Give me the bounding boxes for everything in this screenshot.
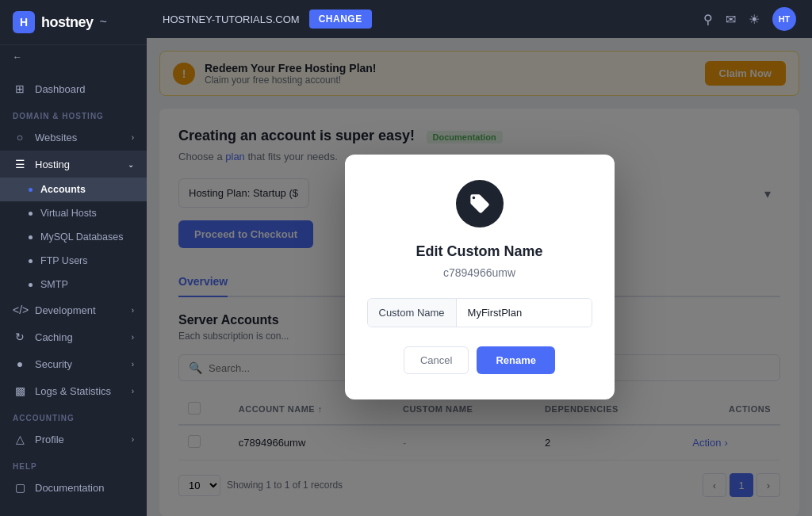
user-avatar[interactable]: HT — [772, 7, 796, 31]
sidebar-item-dashboard[interactable]: ⊞ Dashboard — [0, 75, 147, 102]
sidebar-label-dashboard: Dashboard — [35, 83, 86, 95]
section-label-accounting: ACCOUNTING — [0, 404, 147, 426]
chevron-right-profile-icon: › — [132, 435, 134, 444]
sidebar-item-security[interactable]: ● Security › — [0, 350, 147, 377]
sidebar-nav: ⊞ Dashboard DOMAIN & HOSTING ○ Websites … — [0, 69, 147, 516]
custom-name-input[interactable] — [457, 299, 592, 327]
sidebar-item-documentation[interactable]: ▢ Documentation — [0, 474, 147, 501]
logs-icon: ▩ — [13, 384, 27, 397]
sidebar-item-websites[interactable]: ○ Websites › — [0, 124, 147, 151]
submenu-dot-accounts — [29, 188, 33, 192]
sidebar-item-logs[interactable]: ▩ Logs & Statistics › — [0, 377, 147, 404]
modal-input-row: Custom Name — [367, 298, 592, 327]
sidebar-item-hosting[interactable]: ☰ Hosting ⌄ — [0, 151, 147, 178]
sidebar-item-development[interactable]: </> Development › — [0, 296, 147, 323]
development-icon: </> — [13, 304, 27, 316]
websites-icon: ○ — [13, 131, 27, 143]
sidebar-item-caching[interactable]: ↻ Caching › — [0, 323, 147, 350]
sidebar-label-websites: Websites — [35, 132, 77, 143]
submenu-label-smtp: SMTP — [40, 279, 68, 290]
back-icon: ← — [13, 52, 22, 63]
profile-icon: △ — [13, 433, 27, 445]
submenu-dot-smtp — [29, 283, 33, 287]
security-icon: ● — [13, 357, 27, 370]
documentation-icon: ▢ — [13, 481, 27, 494]
sidebar-item-accounts[interactable]: Accounts — [0, 178, 147, 201]
logo-text: hostney — [41, 14, 94, 31]
submenu-label-virtual-hosts: Virtual Hosts — [40, 208, 97, 219]
sidebar-label-development: Development — [35, 304, 96, 316]
modal-icon-circle — [456, 180, 504, 227]
submenu-label-mysql: MySQL Databases — [40, 231, 123, 243]
sidebar: H hostney ~ ← ⊞ Dashboard DOMAIN & HOSTI… — [0, 0, 147, 516]
topbar-domain: HOSTNEY-TUTORIALS.COM — [163, 13, 300, 25]
sidebar-label-hosting: Hosting — [35, 159, 70, 170]
submenu-label-ftp: FTP Users — [40, 255, 88, 266]
sidebar-item-ftp[interactable]: FTP Users — [0, 249, 147, 273]
hosting-submenu: Accounts Virtual Hosts MySQL Databases F… — [0, 178, 147, 296]
submenu-dot-virtual-hosts — [29, 212, 33, 216]
sidebar-item-mysql[interactable]: MySQL Databases — [0, 225, 147, 249]
section-label-help: HELP — [0, 453, 147, 474]
logo-tilde: ~ — [100, 15, 107, 29]
chevron-right-icon: › — [132, 133, 134, 142]
submenu-dot-mysql — [29, 235, 33, 239]
sidebar-label-profile: Profile — [35, 434, 64, 445]
tag-icon — [469, 193, 491, 215]
sidebar-item-profile[interactable]: △ Profile › — [0, 426, 147, 453]
chevron-right-sec-icon: › — [132, 360, 134, 369]
chevron-right-dev-icon: › — [132, 306, 134, 315]
main-content: ! Redeem Your Free Hosting Plan! Claim y… — [147, 38, 812, 516]
sidebar-item-virtual-hosts[interactable]: Virtual Hosts — [0, 201, 147, 225]
sidebar-label-documentation: Documentation — [35, 482, 104, 494]
hosting-icon: ☰ — [13, 158, 27, 170]
logo-icon: H — [13, 11, 35, 33]
submenu-dot-ftp — [29, 259, 33, 263]
settings-icon[interactable]: ☀ — [749, 12, 760, 27]
submenu-label-accounts: Accounts — [40, 184, 86, 195]
rename-button[interactable]: Rename — [477, 346, 555, 374]
pin-icon[interactable]: ⚲ — [703, 12, 713, 27]
sidebar-logo: H hostney ~ — [0, 0, 147, 45]
edit-custom-name-modal: Edit Custom Name c7894966umw Custom Name… — [345, 155, 615, 399]
modal-overlay[interactable]: Edit Custom Name c7894966umw Custom Name… — [147, 38, 812, 516]
chevron-right-logs-icon: › — [132, 387, 134, 396]
mail-icon[interactable]: ✉ — [726, 12, 736, 27]
modal-input-label: Custom Name — [368, 299, 457, 327]
chevron-down-icon: ⌄ — [128, 160, 134, 169]
change-domain-button[interactable]: CHANGE — [309, 10, 372, 29]
modal-button-row: Cancel Rename — [367, 346, 592, 374]
cancel-button[interactable]: Cancel — [404, 346, 469, 374]
caching-icon: ↻ — [13, 331, 27, 343]
back-button[interactable]: ← — [0, 45, 147, 69]
sidebar-item-smtp[interactable]: SMTP — [0, 273, 147, 296]
section-label-domain-hosting: DOMAIN & HOSTING — [0, 102, 147, 124]
sidebar-label-caching: Caching — [35, 331, 73, 343]
sidebar-label-logs: Logs & Statistics — [35, 385, 111, 397]
topbar: HOSTNEY-TUTORIALS.COM CHANGE ⚲ ✉ ☀ HT — [147, 0, 812, 38]
modal-title: Edit Custom Name — [367, 243, 592, 260]
sidebar-label-security: Security — [35, 358, 72, 370]
main-wrapper: HOSTNEY-TUTORIALS.COM CHANGE ⚲ ✉ ☀ HT ! … — [147, 0, 812, 516]
dashboard-icon: ⊞ — [13, 82, 27, 95]
chevron-right-cache-icon: › — [132, 333, 134, 342]
modal-subtitle: c7894966umw — [367, 266, 592, 279]
